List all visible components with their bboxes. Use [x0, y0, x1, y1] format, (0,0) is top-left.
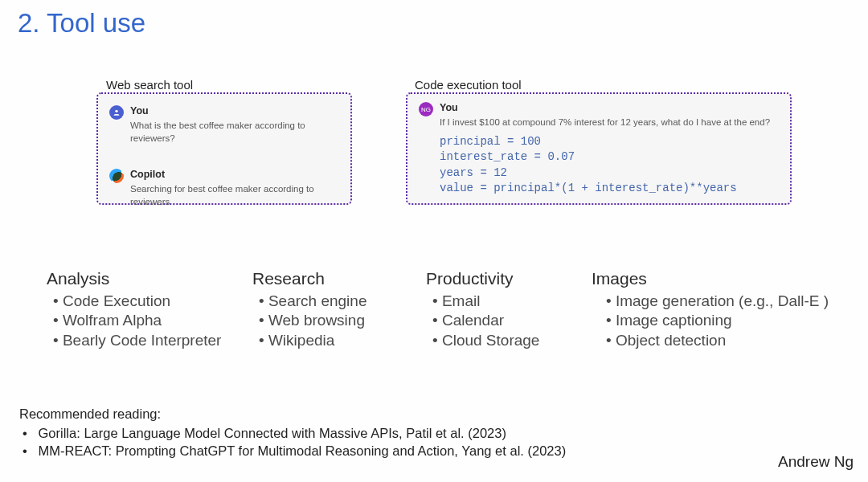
code-exec-panel: NG You If I invest $100 at compound 7% i… — [406, 92, 792, 205]
category-productivity: Productivity Email Calendar Cloud Storag… — [426, 269, 600, 350]
agent-label: Copilot — [130, 169, 339, 180]
category-research: Research Search engine Web browsing Wiki… — [252, 269, 426, 350]
list-item: Object detection — [606, 331, 841, 350]
user-avatar-icon — [109, 105, 124, 120]
user-label-right: You — [440, 102, 779, 113]
category-list: Search engine Web browsing Wikipedia — [252, 292, 426, 350]
code-block: principal = 100 interest_rate = 0.07 yea… — [440, 134, 779, 197]
category-images: Images Image generation (e.g., Dall-E ) … — [600, 269, 841, 350]
list-item: Search engine — [259, 292, 426, 311]
category-list: Image generation (e.g., Dall-E ) Image c… — [600, 292, 841, 350]
user-text: What is the best coffee maker according … — [130, 120, 339, 145]
slide-title: 2. Tool use — [18, 8, 145, 39]
category-title: Images — [592, 269, 841, 288]
footer-list: Gorilla: Large Language Model Connected … — [19, 425, 743, 460]
list-item: Wikipedia — [259, 331, 426, 350]
list-item: Cloud Storage — [432, 331, 600, 350]
list-item: Calendar — [432, 311, 600, 330]
panel-left-label: Web search tool — [106, 78, 193, 92]
list-item: Web browsing — [259, 311, 426, 330]
category-title: Analysis — [47, 269, 252, 288]
recommended-reading: Recommended reading: Gorilla: Large Lang… — [19, 406, 743, 460]
agent-text: Searching for best coffee maker accordin… — [130, 183, 339, 208]
web-search-panel: You What is the best coffee maker accord… — [96, 92, 352, 205]
user-label: You — [130, 105, 339, 116]
user-message: You What is the best coffee maker accord… — [109, 105, 339, 145]
categories-row: Analysis Code Execution Wolfram Alpha Be… — [47, 269, 850, 350]
list-item: Image generation (e.g., Dall-E ) — [606, 292, 841, 311]
list-item: MM-REACT: Prompting ChatGPT for Multimod… — [23, 443, 743, 460]
category-title: Productivity — [426, 269, 600, 288]
list-item: Wolfram Alpha — [53, 311, 252, 330]
user-message-right: NG You If I invest $100 at compound 7% i… — [419, 102, 779, 129]
svg-point-0 — [115, 110, 117, 112]
agent-message: Copilot Searching for best coffee maker … — [109, 169, 339, 208]
panel-right-label: Code execution tool — [415, 78, 522, 92]
user-text-right: If I invest $100 at compound 7% interest… — [440, 116, 779, 129]
copilot-icon — [109, 169, 124, 183]
author-name: Andrew Ng — [778, 453, 854, 471]
category-list: Email Calendar Cloud Storage — [426, 292, 600, 350]
list-item: Email — [432, 292, 600, 311]
category-list: Code Execution Wolfram Alpha Bearly Code… — [47, 292, 252, 350]
user-avatar-ng-icon: NG — [419, 102, 433, 116]
footer-heading: Recommended reading: — [19, 406, 743, 423]
list-item: Image captioning — [606, 311, 841, 330]
category-analysis: Analysis Code Execution Wolfram Alpha Be… — [47, 269, 252, 350]
list-item: Bearly Code Interpreter — [53, 331, 252, 350]
list-item: Gorilla: Large Language Model Connected … — [23, 425, 743, 443]
category-title: Research — [252, 269, 426, 288]
list-item: Code Execution — [53, 292, 252, 311]
